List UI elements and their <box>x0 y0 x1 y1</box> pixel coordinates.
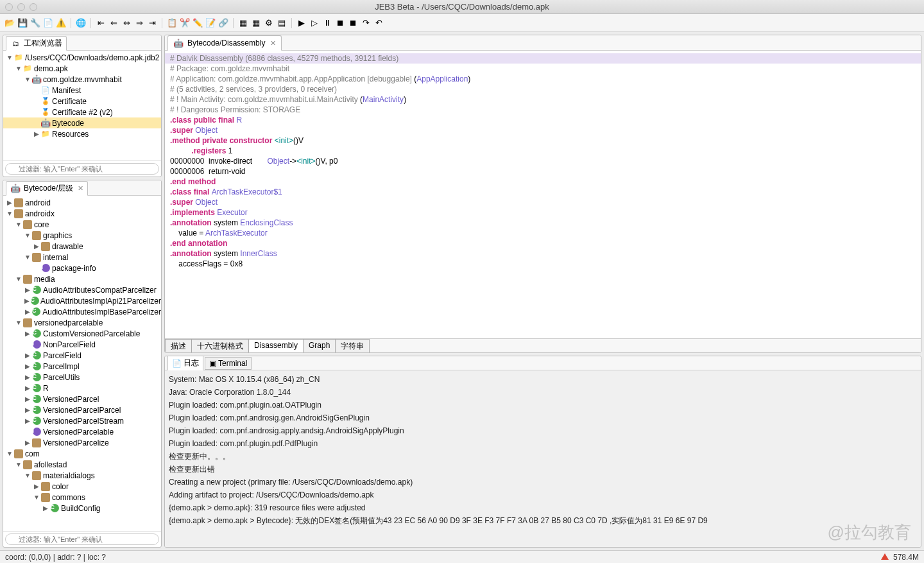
editor-subtab[interactable]: 十六进制格式 <box>191 339 249 352</box>
toolbar-button[interactable]: ▷ <box>309 17 320 29</box>
tree-twisty[interactable]: ▼ <box>15 221 22 228</box>
tree-row[interactable]: ▼graphics <box>3 230 161 241</box>
toolbar-button[interactable]: ⇔ <box>121 17 132 29</box>
tree-twisty[interactable]: ▼ <box>15 65 22 72</box>
tree-twisty[interactable]: ▶ <box>24 352 31 359</box>
tree-row[interactable]: ▶VersionedParcelize <box>3 437 161 448</box>
toolbar-button[interactable]: ⇒ <box>133 17 145 29</box>
tree-twisty[interactable]: ▶ <box>24 308 31 315</box>
tree-row[interactable]: ▼📁/Users/CQC/Downloads/demo.apk.jdb2 <box>3 52 161 63</box>
toolbar-button[interactable]: ⏹ <box>347 17 359 29</box>
tree-row[interactable]: Ipackage-info <box>3 263 161 273</box>
toolbar-button[interactable]: ▶ <box>296 17 307 29</box>
tree-row[interactable]: INonParcelField <box>3 339 161 350</box>
tree-row[interactable]: ▶CVersionedParcelStream <box>3 415 161 426</box>
toolbar-button[interactable]: 📂 <box>4 17 15 29</box>
tree-twisty[interactable]: ▼ <box>24 254 31 261</box>
tree-row[interactable]: 🏅Certificate <box>3 96 161 107</box>
toolbar-button[interactable]: ⏹ <box>334 17 346 29</box>
code-editor[interactable]: # Dalvik Disassembly (6886 classes, 4527… <box>165 51 921 338</box>
close-icon[interactable]: ✕ <box>270 39 276 48</box>
tree-row[interactable]: ▼📁demo.apk <box>3 63 161 74</box>
toolbar-button[interactable]: 📋 <box>166 17 178 29</box>
tree-row[interactable]: ▶CParcelField <box>3 350 161 361</box>
tree-twisty[interactable]: ▼ <box>6 210 13 217</box>
console-tab-log[interactable]: 📄 日志 <box>167 356 203 370</box>
toolbar-button[interactable]: ▦ <box>250 17 262 29</box>
tree-row[interactable]: ▼media <box>3 273 161 284</box>
tree-twisty[interactable]: ▼ <box>33 494 40 501</box>
toolbar-button[interactable]: ⚙ <box>263 17 275 29</box>
tree-row[interactable]: ▶android <box>3 197 161 208</box>
toolbar-button[interactable]: ▤ <box>276 17 287 29</box>
tree-row[interactable]: ▼materialdialogs <box>3 470 161 481</box>
toolbar-button[interactable]: ⇐ <box>108 17 119 29</box>
tree-row[interactable]: ▼🤖com.goldze.mvvmhabit <box>3 74 161 85</box>
console-output[interactable]: System: Mac OS X 10.15.4 (x86_64) zh_CNJ… <box>165 370 921 547</box>
tree-twisty[interactable]: ▶ <box>24 297 30 304</box>
tree-twisty[interactable]: ▶ <box>24 330 31 337</box>
tree-twisty[interactable]: ▶ <box>24 385 31 392</box>
tree-row[interactable]: ▼internal <box>3 252 161 263</box>
toolbar-button[interactable]: 📝 <box>205 17 216 29</box>
tree-twisty[interactable]: ▶ <box>24 374 31 381</box>
toolbar-button[interactable]: 🔗 <box>218 17 229 29</box>
toolbar-button[interactable]: ⚠️ <box>55 17 67 29</box>
tree-row[interactable]: ▶CVersionedParcelParcel <box>3 404 161 415</box>
tree-row[interactable]: ▶color <box>3 481 161 492</box>
hierarchy-tree[interactable]: ▶android▼androidx▼core▼graphics▶drawable… <box>3 196 161 531</box>
toolbar-button[interactable]: 🔧 <box>30 17 41 29</box>
toolbar-button[interactable]: ⏸ <box>321 17 333 29</box>
tree-twisty[interactable]: ▼ <box>24 76 31 83</box>
tree-twisty[interactable]: ▶ <box>24 417 31 424</box>
tree-row[interactable]: ▼afollestad <box>3 459 161 470</box>
editor-subtab[interactable]: 描述 <box>165 339 192 352</box>
editor-subtab[interactable]: Graph <box>303 339 336 352</box>
tree-twisty[interactable]: ▶ <box>24 286 31 293</box>
tree-row[interactable]: ▼core <box>3 219 161 230</box>
project-browser-tab[interactable]: 🗂 工程浏览器 <box>6 36 67 51</box>
tree-row[interactable]: ▶drawable <box>3 241 161 252</box>
hierarchy-tab[interactable]: 🤖 Bytecode/层级 ✕ <box>6 181 88 196</box>
toolbar-button[interactable]: 🌐 <box>75 17 87 29</box>
tree-twisty[interactable]: ▼ <box>6 450 13 457</box>
tree-row[interactable]: ▼versionedparcelable <box>3 317 161 328</box>
tree-row[interactable]: ▼commons <box>3 492 161 503</box>
tree-row[interactable]: ▶CAudioAttributesImplBaseParcelizer <box>3 306 161 317</box>
toolbar-button[interactable]: 📄 <box>42 17 54 29</box>
tree-twisty[interactable]: ▶ <box>24 406 31 413</box>
tree-row[interactable]: 🤖Bytecode <box>3 117 161 128</box>
project-tree[interactable]: ▼📁/Users/CQC/Downloads/demo.apk.jdb2▼📁de… <box>3 51 161 160</box>
tree-row[interactable]: ▶📁Resources <box>3 128 161 139</box>
project-filter-input[interactable] <box>5 163 159 175</box>
console-tab-terminal[interactable]: ▣ Terminal <box>205 357 252 370</box>
tree-row[interactable]: IVersionedParcelable <box>3 426 161 437</box>
tree-row[interactable]: ▼androidx <box>3 208 161 219</box>
tree-twisty[interactable]: ▶ <box>6 199 13 206</box>
tree-twisty[interactable]: ▶ <box>33 130 40 137</box>
tree-row[interactable]: ▶CParcelUtils <box>3 372 161 383</box>
editor-subtab[interactable]: Disassembly <box>248 339 304 352</box>
hierarchy-filter-input[interactable] <box>5 533 159 545</box>
close-icon[interactable]: ✕ <box>78 184 83 193</box>
toolbar-button[interactable]: ↶ <box>373 17 384 29</box>
tree-twisty[interactable]: ▼ <box>15 275 22 282</box>
tree-row[interactable]: ▼com <box>3 448 161 459</box>
tree-row[interactable]: ▶CBuildConfig <box>3 503 161 514</box>
toolbar-button[interactable]: ⇤ <box>95 17 107 29</box>
toolbar-button[interactable]: ↷ <box>360 17 372 29</box>
tree-twisty[interactable]: ▶ <box>33 243 40 250</box>
tree-twisty[interactable]: ▼ <box>15 461 22 468</box>
toolbar-button[interactable]: 💾 <box>17 17 28 29</box>
toolbar-button[interactable]: ✂️ <box>179 17 191 29</box>
tree-row[interactable]: 🏅Certificate #2 (v2) <box>3 107 161 117</box>
tree-twisty[interactable]: ▶ <box>24 395 31 403</box>
editor-tab-disassembly[interactable]: 🤖 Bytecode/Disassembly ✕ <box>167 35 282 51</box>
tree-row[interactable]: ▶CVersionedParcel <box>3 394 161 404</box>
tree-twisty[interactable]: ▼ <box>6 54 13 61</box>
tree-twisty[interactable]: ▶ <box>33 483 40 490</box>
tree-twisty[interactable]: ▼ <box>15 319 22 326</box>
toolbar-button[interactable]: ⇥ <box>146 17 158 29</box>
toolbar-button[interactable]: ▦ <box>237 17 249 29</box>
editor-subtab[interactable]: 字符串 <box>335 339 370 352</box>
